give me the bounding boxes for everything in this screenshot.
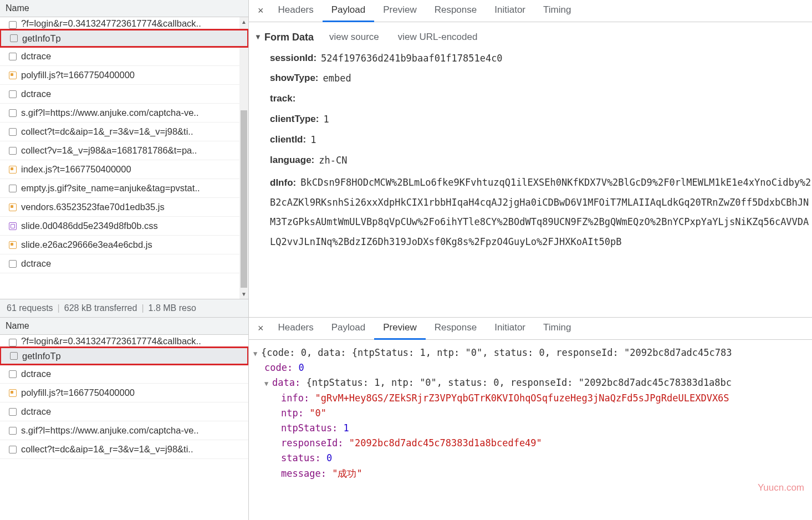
- network-status-bar: 61 requests|628 kB transferred|1.8 MB re…: [0, 299, 248, 317]
- expand-icon[interactable]: ▼: [254, 31, 261, 43]
- request-row[interactable]: empty.js.gif?site_name=anjuke&tag=pvstat…: [0, 179, 248, 198]
- request-name: dctrace: [21, 406, 51, 417]
- request-detail-bottom: × HeadersPayloadPreviewResponseInitiator…: [249, 318, 812, 520]
- close-icon[interactable]: ×: [252, 320, 269, 337]
- tab-timing[interactable]: Timing: [534, 0, 580, 22]
- doc-icon: [10, 352, 18, 360]
- request-row[interactable]: polyfill.js?t=1667750400000: [0, 66, 248, 85]
- expand-icon[interactable]: ▼: [264, 379, 272, 389]
- tab-preview[interactable]: Preview: [374, 0, 425, 22]
- request-row[interactable]: getInfoTp: [0, 346, 248, 365]
- request-row[interactable]: getInfoTp: [0, 29, 248, 48]
- view-url-encoded-link[interactable]: view URL-encoded: [398, 29, 478, 45]
- request-row[interactable]: dctrace: [0, 365, 248, 384]
- request-row[interactable]: dctrace: [0, 402, 248, 421]
- json-preview: ▼{code: 0, data: {ntpStatus: 1, ntp: "0"…: [249, 340, 812, 487]
- request-name: vendors.63523523fae70d1edb35.js: [21, 202, 165, 212]
- tab-response[interactable]: Response: [426, 318, 486, 340]
- doc-icon: [9, 21, 17, 29]
- js-icon: [9, 389, 17, 397]
- request-row[interactable]: s.gif?l=https://www.anjuke.com/captcha-v…: [0, 421, 248, 440]
- request-name: collect?v=1&_v=j98&a=1681781786&t=pa..: [21, 145, 197, 156]
- request-row[interactable]: s.gif?l=https://www.anjuke.com/captcha-v…: [0, 104, 248, 123]
- form-field: track:: [254, 89, 812, 109]
- tab-payload[interactable]: Payload: [323, 318, 374, 340]
- form-field: showType:embed: [254, 68, 812, 89]
- detail-tabs: × HeadersPayloadPreviewResponseInitiator…: [249, 318, 812, 340]
- detail-tabs: × HeadersPayloadPreviewResponseInitiator…: [249, 0, 812, 22]
- request-row[interactable]: ?f=login&r=0.3413247723617774&callback..: [0, 17, 248, 29]
- scrollbar[interactable]: ▲ ▼: [239, 17, 248, 299]
- request-row[interactable]: collect?t=dc&aip=1&_r=3&v=1&_v=j98&ti..: [0, 440, 248, 459]
- request-row[interactable]: dctrace: [0, 254, 248, 273]
- tab-headers[interactable]: Headers: [269, 0, 323, 22]
- request-name: collect?t=dc&aip=1&_r=3&v=1&_v=j98&ti..: [21, 126, 193, 137]
- doc-icon: [9, 185, 17, 192]
- network-request-list-top: Name ?f=login&r=0.3413247723617774&callb…: [0, 0, 249, 317]
- form-field: clientId:1: [254, 130, 812, 150]
- request-name: ?f=login&r=0.3413247723617774&callback..: [21, 18, 201, 29]
- form-field: language:zh-CN: [254, 150, 812, 171]
- request-name: collect?t=dc&aip=1&_r=3&v=1&_v=j98&ti..: [21, 444, 193, 455]
- scroll-up-icon[interactable]: ▲: [239, 17, 248, 27]
- doc-icon: [9, 147, 17, 155]
- request-row[interactable]: ?f=login&r=0.3413247723617774&callback..: [0, 335, 248, 347]
- request-name: dctrace: [21, 89, 51, 99]
- request-name: ?f=login&r=0.3413247723617774&callback..: [21, 336, 201, 346]
- tab-headers[interactable]: Headers: [269, 318, 323, 340]
- css-icon: [9, 222, 17, 230]
- network-request-list-bottom: Name ?f=login&r=0.3413247723617774&callb…: [0, 318, 249, 520]
- request-row[interactable]: collect?v=1&_v=j98&a=1681781786&t=pa..: [0, 141, 248, 160]
- request-row[interactable]: vendors.63523523fae70d1edb35.js: [0, 198, 248, 217]
- doc-icon: [9, 408, 17, 416]
- doc-icon: [9, 339, 17, 346]
- request-row[interactable]: index.js?t=1667750400000: [0, 160, 248, 179]
- expand-icon[interactable]: ▼: [253, 349, 261, 359]
- column-header-name[interactable]: Name: [0, 318, 248, 335]
- request-name: polyfill.js?t=1667750400000: [21, 70, 135, 80]
- request-name: empty.js.gif?site_name=anjuke&tag=pvstat…: [21, 183, 200, 193]
- request-name: getInfoTp: [22, 33, 61, 44]
- close-icon[interactable]: ×: [252, 3, 269, 19]
- request-name: polyfill.js?t=1667750400000: [21, 388, 135, 398]
- request-row[interactable]: polyfill.js?t=1667750400000: [0, 384, 248, 402]
- request-name: dctrace: [21, 369, 51, 379]
- request-row[interactable]: collect?t=dc&aip=1&_r=3&v=1&_v=j98&ti..: [0, 123, 248, 141]
- scroll-down-icon[interactable]: ▼: [239, 289, 248, 299]
- tab-payload[interactable]: Payload: [323, 0, 374, 22]
- request-row[interactable]: slide.e26ac29666e3ea4e6cbd.js: [0, 236, 248, 254]
- request-name: slide.e26ac29666e3ea4e6cbd.js: [21, 239, 152, 250]
- tab-timing[interactable]: Timing: [534, 318, 580, 340]
- doc-icon: [10, 34, 18, 42]
- tab-response[interactable]: Response: [426, 0, 486, 22]
- column-header-name[interactable]: Name: [0, 0, 248, 17]
- doc-icon: [9, 427, 17, 435]
- js-icon: [9, 72, 17, 79]
- form-field: sessionId:524f197636d241b9baaf01f17851e4…: [254, 48, 812, 69]
- request-row[interactable]: dctrace: [0, 85, 248, 104]
- request-name: index.js?t=1667750400000: [21, 164, 131, 175]
- request-row[interactable]: slide.0d0486dd5e2349d8fb0b.css: [0, 217, 248, 236]
- scroll-thumb[interactable]: [241, 110, 247, 288]
- doc-icon: [9, 53, 17, 60]
- request-detail-top: × HeadersPayloadPreviewResponseInitiator…: [249, 0, 812, 317]
- form-data-section[interactable]: ▼ Form Data view source view URL-encoded: [254, 29, 812, 48]
- request-name: dctrace: [21, 51, 51, 62]
- doc-icon: [9, 446, 17, 453]
- request-name: s.gif?l=https://www.anjuke.com/captcha-v…: [21, 108, 199, 118]
- form-field: clientType:1: [254, 109, 812, 130]
- form-data-title: Form Data: [264, 29, 314, 46]
- js-icon: [9, 241, 17, 249]
- request-row[interactable]: dctrace: [0, 47, 248, 66]
- js-icon: [9, 166, 17, 174]
- doc-icon: [9, 260, 17, 268]
- view-source-link[interactable]: view source: [329, 29, 379, 45]
- tab-initiator[interactable]: Initiator: [486, 0, 534, 22]
- doc-icon: [9, 90, 17, 98]
- doc-icon: [9, 370, 17, 378]
- tab-initiator[interactable]: Initiator: [486, 318, 534, 340]
- doc-icon: [9, 109, 17, 117]
- watermark: Yuucn.com: [758, 482, 804, 493]
- request-name: getInfoTp: [22, 351, 61, 361]
- tab-preview[interactable]: Preview: [374, 318, 425, 340]
